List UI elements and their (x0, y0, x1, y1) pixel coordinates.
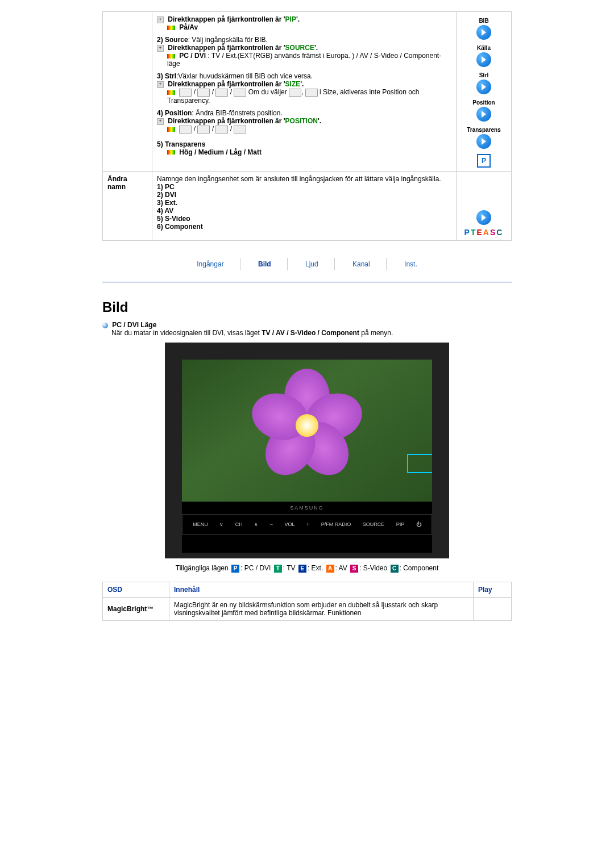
pip-direct-line: Direktknappen på fjärrkontrollen är 'PIP… (157, 15, 451, 23)
ch-up-icon[interactable]: ∧ (254, 521, 258, 527)
arrow-icon (167, 127, 175, 132)
section-title: Bild (102, 299, 512, 315)
menu-button[interactable]: MENU (193, 521, 208, 527)
size-icon (179, 89, 192, 97)
ch-down-icon[interactable]: ∨ (219, 521, 223, 527)
andra-namn-label: Ändranamn (103, 172, 152, 241)
osd-row-label: MagicBright™ (103, 598, 169, 621)
mode-legend: Tillgängliga lägen P: PC / DVI T: TV E: … (102, 564, 512, 573)
ch-label: CH (235, 521, 243, 527)
badge-a-icon: A (326, 565, 334, 573)
osd-header-innehall: Innehåll (169, 582, 474, 598)
source-line: 2) Source: Välj ingångskälla för BIB. (157, 36, 451, 44)
arrow-icon (167, 90, 175, 95)
osd-header-osd: OSD (103, 582, 169, 598)
badge-s-icon: S (350, 565, 358, 573)
badge-t-icon: T (274, 565, 282, 573)
monitor-image-wrap: SAMSUNG MENU ∨ CH ∧ − VOL + P/FM RADIO S… (102, 343, 512, 558)
osd-header-play: Play (474, 582, 512, 598)
size-icon (305, 89, 318, 97)
size-direct-line: Direktknappen på fjärrkontrollen är 'SIZ… (157, 80, 451, 88)
pc-dvi-desc: När du matar in videosignalen till DVI, … (102, 329, 512, 337)
position-icons-line: / / / (157, 125, 451, 133)
vol-up-icon[interactable]: + (306, 521, 309, 527)
tab-inst[interactable]: Inst. (388, 258, 433, 270)
arrow-icon (167, 26, 175, 30)
on-off-line: På/Av (157, 23, 451, 31)
vol-down-icon[interactable]: − (270, 521, 273, 527)
nav-tabs: Ingångar Bild Ljud Kanal Inst. (102, 258, 512, 270)
badge-p-icon: P (231, 565, 239, 573)
tab-ljud[interactable]: Ljud (289, 258, 335, 270)
divider (102, 282, 512, 282)
monitor-controls: MENU ∨ CH ∧ − VOL + P/FM RADIO SOURCE PI… (182, 514, 432, 535)
monitor-brand: SAMSUNG (182, 502, 432, 514)
play-icon[interactable] (476, 80, 491, 94)
bullet-icon (102, 323, 108, 328)
tab-bild[interactable]: Bild (242, 258, 288, 270)
p-badge-icon: P (477, 154, 491, 168)
andra-namn-content: Namnge den ingångsenhet som är ansluten … (152, 172, 457, 241)
play-icon[interactable] (476, 25, 491, 40)
pos-icon (234, 126, 246, 133)
play-icon[interactable] (476, 107, 491, 122)
arrow-icon (167, 150, 175, 155)
play-buttons-col: BIB Källa Strl Position Transparens P (457, 12, 512, 172)
play-icon[interactable] (476, 210, 491, 225)
plus-icon (157, 45, 164, 52)
bib-settings-table: Direktknappen på fjärrkontrollen är 'PIP… (102, 11, 512, 241)
position-line: 4) Position: Ändra BIB-fönstrets positio… (157, 109, 451, 117)
pos-icon (197, 126, 210, 133)
monitor-image: SAMSUNG MENU ∨ CH ∧ − VOL + P/FM RADIO S… (165, 343, 449, 558)
transparens-line: 5) Transparens (157, 140, 451, 148)
osd-row-text: MagicBright är en ny bildskärmsfunktion … (169, 598, 474, 621)
pos-icon (179, 126, 192, 133)
pos-icon (215, 126, 228, 133)
badge-c-icon: C (391, 565, 399, 573)
plus-icon (157, 118, 164, 125)
source-button[interactable]: SOURCE (363, 521, 385, 527)
strl-line: 3) Strl:Växlar huvudskärmen till BIB och… (157, 72, 451, 80)
arrow-icon (167, 54, 175, 59)
osd-row-play (474, 598, 512, 621)
highlight-box (407, 454, 432, 473)
power-icon[interactable]: ⏻ (416, 521, 421, 527)
transparens-opts: Hög / Medium / Låg / Matt (157, 148, 451, 156)
radio-button[interactable]: P/FM RADIO (321, 521, 351, 527)
position-direct-line: Direktknappen på fjärrkontrollen är 'POS… (157, 117, 451, 125)
size-icon (215, 89, 228, 97)
plus-icon (157, 16, 164, 23)
size-icons-line: / / / Om du väljer , i Size, aktiveras i… (157, 88, 451, 105)
play-icon[interactable] (476, 52, 491, 67)
source-direct-line: Direktknappen på fjärrkontrollen är 'SOU… (157, 44, 451, 52)
vol-label: VOL (284, 521, 294, 527)
pteasc-cell: PTEASC (457, 172, 512, 241)
flower-graphic (256, 374, 358, 477)
pc-dvi-line: PC / DVI : TV / Ext.(EXT(RGB) används fr… (157, 52, 451, 68)
play-icon[interactable] (476, 134, 491, 149)
tab-kanal[interactable]: Kanal (337, 258, 387, 270)
size-icon (289, 89, 301, 97)
pip-button[interactable]: PIP (396, 521, 405, 527)
plus-icon (157, 81, 164, 88)
pteasc-badges: PTEASC (461, 228, 507, 237)
monitor-screen (182, 360, 432, 502)
osd-table: OSD Innehåll Play MagicBright™ MagicBrig… (102, 582, 512, 621)
size-icon (197, 89, 210, 97)
tab-ingangar[interactable]: Ingångar (181, 258, 240, 270)
size-icon (234, 89, 246, 97)
pc-dvi-heading-row: PC / DVI Läge (102, 321, 512, 329)
badge-e-icon: E (298, 565, 306, 573)
